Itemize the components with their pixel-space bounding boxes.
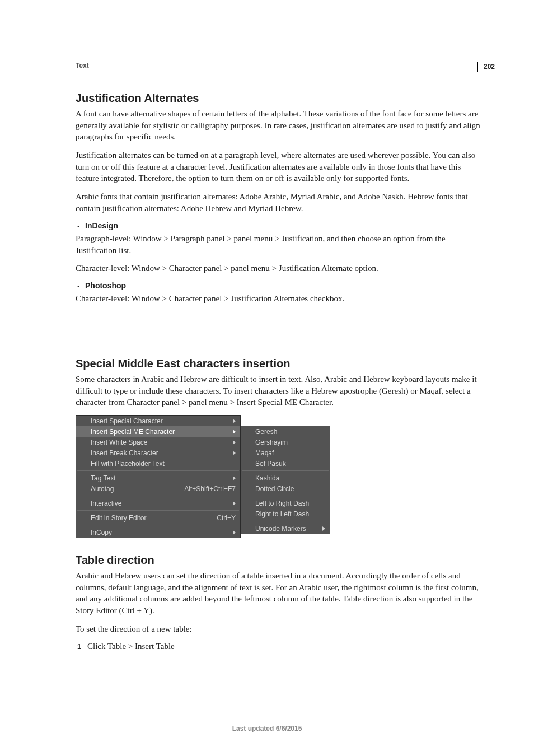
menu-item-label: Insert Special ME Character (91, 428, 175, 436)
document-page: 202 Text Justification Alternates A font… (0, 0, 534, 756)
menu-item[interactable]: Left to Right Dash (241, 498, 330, 508)
submenu-arrow-icon (233, 476, 236, 480)
menu-item-label: Sof Pasuk (255, 460, 286, 468)
menu-item-label: Geresh (255, 428, 277, 436)
menu-item[interactable]: Fill with Placeholder Text (76, 458, 240, 469)
menu-item[interactable]: Kashida (241, 473, 330, 483)
menu-separator (77, 470, 239, 471)
bullet-label-photoshop: Photoshop (85, 281, 126, 290)
menu-item-label: Maqaf (255, 449, 274, 457)
paragraph: Paragraph-level: Window > Paragraph pane… (76, 233, 484, 256)
menu-shortcut: Alt+Shift+Ctrl+F7 (184, 485, 236, 493)
paragraph: Justification alternates can be turned o… (76, 150, 484, 184)
numbered-step: 1 Click Table > Insert Table (77, 642, 484, 651)
menu-item-label: Insert Special Character (91, 417, 163, 425)
paragraph: Character-level: Window > Character pane… (76, 263, 484, 274)
menu-item-label: Fill with Placeholder Text (91, 460, 165, 468)
menu-separator (77, 510, 239, 511)
menu-item-label: Interactive (91, 500, 121, 507)
paragraph: Character-level: Window > Character pane… (76, 293, 484, 305)
page-number: 202 (477, 62, 495, 72)
bullet-label-indesign: InDesign (85, 221, 118, 230)
menu-item-label: InCopy (91, 529, 112, 536)
menu-item-label: Tag Text (91, 474, 115, 482)
menu-item[interactable]: Sof Pasuk (241, 458, 330, 469)
step-text: Click Table > Insert Table (87, 642, 175, 651)
menu-item-label: Left to Right Dash (255, 500, 309, 507)
menu-separator (242, 470, 329, 471)
paragraph: Arabic fonts that contain justification … (76, 191, 484, 214)
bullet-dot-icon: • (77, 282, 85, 291)
menu-separator (242, 521, 329, 521)
menu-separator (77, 525, 239, 525)
menu-item-label: Insert Break Character (91, 449, 158, 457)
menu-item-label: Kashida (255, 474, 279, 482)
bullet-item: • Photoshop (77, 281, 484, 291)
paragraph: A font can have alternative shapes of ce… (76, 108, 484, 143)
menu-item-label: Gershayim (255, 438, 288, 446)
menu-item[interactable]: Edit in Story EditorCtrl+Y (76, 512, 240, 523)
menu-item[interactable]: Insert Special ME Character (76, 426, 240, 437)
paragraph: Some characters in Arabic and Hebrew are… (76, 374, 484, 408)
menu-right-panel: GereshGershayimMaqafSof PasukKashidaDott… (241, 426, 330, 534)
menu-item[interactable]: Right to Left Dash (241, 508, 330, 519)
menu-item-label: Unicode Markers (255, 525, 306, 533)
submenu-arrow-icon (233, 430, 236, 434)
paragraph: Arabic and Hebrew users can set the dire… (76, 570, 484, 617)
menu-item-label: Insert White Space (91, 438, 147, 446)
menu-item[interactable]: Insert Break Character (76, 447, 240, 458)
menu-item[interactable]: Tag Text (76, 473, 240, 483)
menu-item-label: Right to Left Dash (255, 510, 309, 518)
menu-item[interactable]: Insert White Space (76, 437, 240, 447)
paragraph: To set the direction of a new table: (76, 623, 484, 635)
menu-item[interactable]: Gershayim (241, 437, 330, 447)
menu-item[interactable]: Insert Special Character (76, 416, 240, 426)
submenu-arrow-icon (322, 526, 325, 531)
submenu-arrow-icon (233, 419, 236, 423)
menu-item[interactable]: InCopy (76, 527, 240, 538)
menu-item-label: Edit in Story Editor (91, 514, 146, 522)
menu-item[interactable]: Unicode Markers (241, 523, 330, 534)
menu-item[interactable]: Maqaf (241, 447, 330, 458)
submenu-arrow-icon (233, 440, 236, 445)
menu-screenshot: Insert Special CharacterInsert Special M… (76, 415, 484, 538)
heading-table-direction: Table direction (76, 554, 484, 567)
submenu-arrow-icon (233, 501, 236, 506)
menu-item[interactable]: Interactive (76, 498, 240, 508)
menu-shortcut: Ctrl+Y (217, 514, 236, 522)
submenu-arrow-icon (233, 530, 236, 535)
heading-special-me-characters: Special Middle East characters insertion (76, 357, 484, 370)
bullet-item: • InDesign (77, 221, 484, 231)
chapter-label: Text (76, 62, 484, 69)
menu-left-panel: Insert Special CharacterInsert Special M… (76, 415, 241, 538)
menu-separator (77, 496, 239, 496)
menu-separator (242, 496, 329, 496)
heading-justification-alternates: Justification Alternates (76, 92, 484, 105)
menu-item[interactable]: Dotted Circle (241, 483, 330, 494)
menu-item[interactable]: Geresh (241, 426, 330, 437)
submenu-arrow-icon (233, 451, 236, 455)
bullet-dot-icon: • (77, 222, 85, 231)
menu-item-label: Dotted Circle (255, 485, 294, 493)
page-footer: Last updated 6/6/2015 (0, 725, 534, 732)
menu-item-label: Autotag (91, 485, 114, 493)
step-number: 1 (77, 642, 87, 651)
menu-item[interactable]: AutotagAlt+Shift+Ctrl+F7 (76, 483, 240, 494)
